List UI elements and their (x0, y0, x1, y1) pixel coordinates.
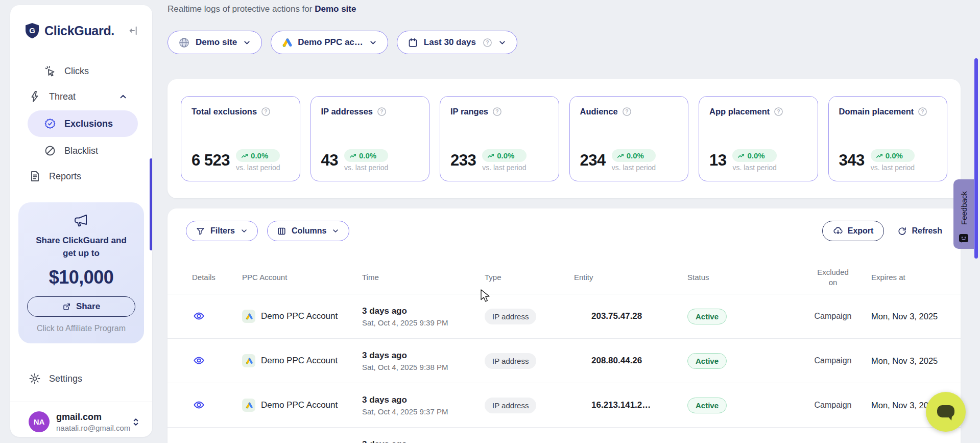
stat-caption: vs. last period (236, 164, 280, 172)
time-relative: 3 days ago (362, 306, 485, 316)
view-details-button[interactable] (192, 309, 206, 323)
entity-identicon (574, 310, 586, 322)
stat-caption: vs. last period (612, 164, 656, 172)
sidebar-item-reports[interactable]: Reports (10, 165, 145, 188)
entity-value: 203.75.47.28 (591, 311, 642, 321)
ban-icon (44, 145, 56, 157)
stat-caption: vs. last period (871, 164, 915, 172)
filter-icon (196, 226, 205, 236)
col-header-type[interactable]: Type (485, 273, 574, 282)
type-badge: IP address (485, 309, 536, 324)
stat-value: 13 (709, 151, 726, 170)
feedback-tab[interactable]: Feedback (953, 179, 974, 249)
col-header-details[interactable]: Details (186, 273, 242, 282)
clickguard-logo-icon: G (25, 22, 40, 39)
stat-delta-badge: 0.0% (236, 149, 280, 162)
stat-value: 43 (321, 151, 338, 170)
chevron-down-icon (243, 38, 251, 47)
columns-button[interactable]: Columns (267, 221, 349, 241)
help-icon[interactable]: ? (492, 107, 502, 116)
account-switcher[interactable]: NA gmail.com naatali.ro@gmail.com (10, 402, 152, 432)
stat-value: 343 (839, 151, 865, 170)
sidebar-collapse-icon[interactable] (129, 25, 140, 36)
stat-label: Audience (580, 107, 618, 116)
google-ads-icon (242, 399, 255, 412)
badge-check-icon (44, 118, 56, 130)
affiliate-link[interactable]: Click to Affiliate Program (26, 324, 137, 333)
page-scrollbar[interactable] (974, 58, 978, 259)
chevron-down-icon (498, 38, 507, 47)
col-header-status[interactable]: Status (687, 273, 795, 282)
stat-delta-badge: 0.0% (482, 149, 526, 162)
subtitle-site-name: Demo site (315, 4, 356, 14)
excluded-on-value: Campaign (795, 401, 871, 410)
help-icon[interactable]: ? (774, 107, 783, 116)
help-icon[interactable]: ? (261, 107, 271, 116)
chat-bubble-icon (936, 403, 955, 421)
svg-text:?: ? (495, 109, 498, 114)
lightning-icon (29, 90, 41, 103)
ppc-account-selector-value: Demo PPC ac… (298, 37, 363, 48)
logo-text: ClickGuard. (44, 24, 114, 38)
stat-value: 234 (580, 151, 606, 170)
svg-text:?: ? (777, 109, 780, 114)
time-relative: 3 days ago (362, 394, 485, 405)
ppc-account-name: Demo PPC Account (261, 311, 338, 321)
sidebar-item-settings[interactable]: Settings (10, 367, 152, 390)
ppc-account-name: Demo PPC Account (261, 400, 338, 410)
export-button[interactable]: Export (822, 221, 885, 241)
stat-card-audience: Audience ? 234 0.0% vs. last period (569, 96, 689, 181)
refresh-button[interactable]: Refresh (897, 226, 942, 236)
google-ads-icon (242, 354, 255, 367)
view-details-button[interactable] (192, 398, 206, 412)
sidebar-item-exclusions[interactable]: Exclusions (28, 110, 138, 137)
chat-launcher-button[interactable] (926, 392, 966, 432)
chevron-updown-icon (131, 416, 141, 428)
sidebar-item-label: Exclusions (64, 119, 113, 129)
date-range-selector[interactable]: Last 30 days ? (397, 31, 517, 54)
view-details-button[interactable] (192, 354, 206, 367)
stat-label: Domain placement (839, 107, 914, 116)
col-header-entity[interactable]: Entity (574, 273, 687, 282)
col-header-ppc-account[interactable]: PPC Account (242, 273, 362, 282)
col-header-excluded-on[interactable]: Excluded on (795, 267, 871, 288)
sidebar-item-blacklist[interactable]: Blacklist (10, 139, 145, 162)
sidebar-item-clicks[interactable]: Clicks (10, 59, 145, 83)
time-full: Sat, Oct 4, 2025 9:38 PM (362, 363, 485, 371)
sidebar-nav: Clicks Threat Exclusions Blacklist (10, 59, 152, 188)
google-ads-icon (281, 37, 292, 48)
sidebar-item-threat[interactable]: Threat (10, 85, 145, 108)
status-badge: Active (687, 309, 727, 324)
help-icon[interactable]: ? (483, 38, 492, 48)
table-toolbar: Filters Columns Export Refresh (168, 208, 961, 241)
chevron-up-icon[interactable] (118, 92, 128, 101)
help-icon[interactable]: ? (377, 107, 387, 116)
help-icon[interactable]: ? (918, 107, 927, 116)
user-name: gmail.com (56, 412, 130, 423)
filters-button[interactable]: Filters (186, 221, 258, 241)
eye-icon (193, 399, 205, 411)
promo-amount: $10,000 (26, 267, 137, 288)
stat-delta-badge: 0.0% (732, 149, 776, 162)
ppc-account-selector[interactable]: Demo PPC ac… (271, 31, 388, 54)
promo-line2: get up to (26, 247, 137, 260)
affiliate-promo-card[interactable]: Share ClickGuard and get up to $10,000 S… (18, 202, 144, 343)
excluded-on-value: Campaign (795, 356, 871, 365)
site-selector[interactable]: Demo site (168, 31, 262, 54)
trend-up-icon (876, 153, 883, 159)
sidebar-scrollbar[interactable] (150, 158, 152, 250)
report-file-icon (29, 170, 41, 182)
svg-text:?: ? (921, 109, 924, 114)
stat-caption: vs. last period (344, 164, 388, 172)
chevron-down-icon (369, 38, 377, 47)
help-icon[interactable]: ? (622, 107, 632, 116)
globe-icon (178, 37, 190, 49)
stat-delta-badge: 0.0% (344, 149, 388, 162)
share-button[interactable]: Share (27, 296, 135, 317)
feedback-label: Feedback (953, 185, 974, 230)
col-header-time[interactable]: Time (362, 273, 485, 282)
feedback-smiley-icon (959, 234, 969, 244)
status-badge: Active (687, 398, 727, 413)
col-header-expires-at[interactable]: Expires at (871, 273, 942, 282)
trend-up-icon (487, 153, 494, 159)
